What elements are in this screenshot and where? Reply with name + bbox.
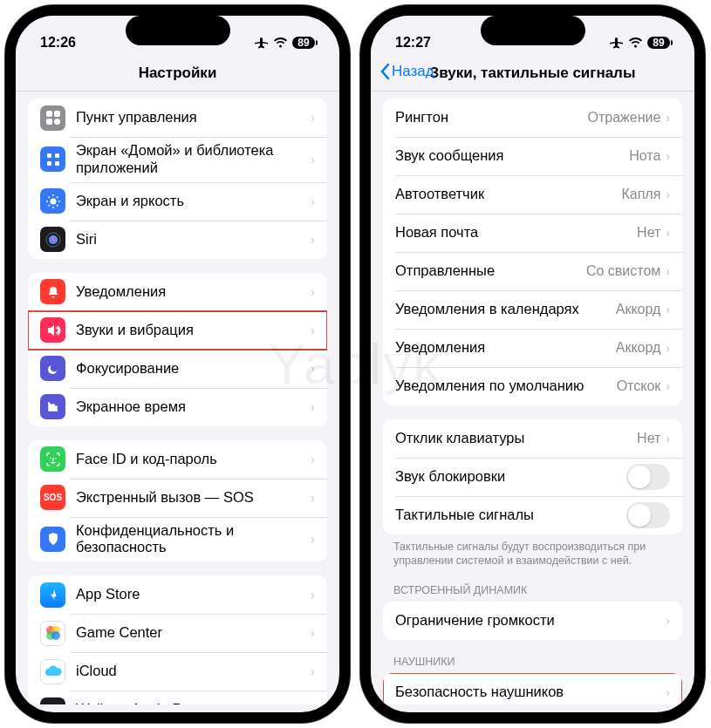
row-notifications[interactable]: Уведомления › bbox=[28, 273, 327, 311]
svg-rect-7 bbox=[55, 161, 59, 166]
row-label: Уведомления в календарях bbox=[395, 301, 616, 318]
row-control-center[interactable]: Пункт управления › bbox=[28, 99, 327, 137]
settings-list[interactable]: Пункт управления › Экран «Домой» и библи… bbox=[16, 92, 339, 704]
row-label: Game Center bbox=[76, 624, 311, 642]
svg-rect-1 bbox=[54, 111, 60, 117]
chevron-icon: › bbox=[666, 432, 670, 446]
chevron-icon: › bbox=[666, 303, 670, 316]
row-sounds-haptics[interactable]: Звуки и вибрация › bbox=[28, 311, 327, 350]
page-title: Настройки bbox=[28, 65, 327, 82]
status-icons: 89 bbox=[255, 36, 315, 50]
row-ringtone[interactable]: Рингтон Отражение › bbox=[383, 99, 682, 137]
svg-point-22 bbox=[51, 631, 60, 640]
row-label: iCloud bbox=[76, 663, 311, 680]
screen-right: 12:27 89 Назад Звуки, тактильные сигналы… bbox=[371, 16, 694, 712]
svg-point-18 bbox=[49, 235, 58, 244]
group-footer: Тактильные сигналы будут воспроизводитьс… bbox=[371, 534, 694, 568]
row-keyboard-feedback[interactable]: Отклик клавиатуры Нет › bbox=[383, 419, 682, 458]
row-label: Уведомления bbox=[76, 283, 311, 301]
section-header-speaker: ВСТРОЕННЫЙ ДИНАМИК bbox=[371, 568, 694, 602]
phone-right: 12:27 89 Назад Звуки, тактильные сигналы… bbox=[360, 5, 705, 723]
row-text-tone[interactable]: Звук сообщения Нота › bbox=[383, 137, 682, 175]
focus-icon bbox=[40, 356, 65, 381]
row-system-haptics[interactable]: Тактильные сигналы bbox=[383, 496, 682, 534]
brightness-icon bbox=[40, 188, 65, 214]
sounds-list[interactable]: Рингтон Отражение › Звук сообщения Нота … bbox=[371, 92, 694, 704]
row-game-center[interactable]: Game Center › bbox=[28, 614, 327, 652]
row-default-alerts[interactable]: Уведомления по умолчанию Отскок › bbox=[383, 367, 682, 405]
chevron-icon: › bbox=[666, 685, 670, 699]
svg-line-13 bbox=[48, 196, 50, 198]
row-display-brightness[interactable]: Экран и яркость › bbox=[28, 182, 327, 221]
chevron-icon: › bbox=[666, 226, 670, 240]
row-label: Звуки и вибрация bbox=[76, 322, 311, 339]
row-privacy[interactable]: Конфиденциальность и безопасность › bbox=[28, 517, 327, 562]
chevron-icon: › bbox=[311, 111, 315, 125]
chevron-icon: › bbox=[666, 614, 670, 628]
sounds-group-4: Безопасность наушников › Персональное пр… bbox=[383, 673, 682, 705]
row-wallet[interactable]: Wallet и Apple Pay › bbox=[28, 691, 327, 704]
row-label: Отклик клавиатуры bbox=[395, 430, 637, 447]
row-screen-time[interactable]: Экранное время › bbox=[28, 388, 327, 426]
sounds-group-1: Рингтон Отражение › Звук сообщения Нота … bbox=[383, 99, 682, 405]
row-reminder-alerts[interactable]: Уведомления Аккорд › bbox=[383, 329, 682, 367]
row-icloud[interactable]: iCloud › bbox=[28, 652, 327, 691]
toggle-switch[interactable] bbox=[626, 502, 670, 528]
svg-rect-6 bbox=[47, 161, 51, 166]
settings-group-4: App Store › Game Center › iCloud › bbox=[28, 575, 327, 704]
row-value: Нота bbox=[629, 148, 660, 164]
chevron-left-icon bbox=[379, 63, 390, 80]
settings-group-2: Уведомления › Звуки и вибрация › Фокусир… bbox=[28, 273, 327, 426]
battery-indicator: 89 bbox=[647, 37, 670, 49]
row-label: Уведомления bbox=[395, 339, 616, 357]
svg-rect-0 bbox=[46, 111, 52, 117]
settings-group-3: Face ID и код-пароль › SOS Экстренный вы… bbox=[28, 440, 327, 562]
chevron-icon: › bbox=[311, 153, 315, 167]
toggle-switch[interactable] bbox=[626, 464, 670, 490]
settings-group-1: Пункт управления › Экран «Домой» и библи… bbox=[28, 99, 327, 259]
section-header-headphones: НАУШНИКИ bbox=[371, 640, 694, 673]
status-icons: 89 bbox=[610, 36, 670, 50]
sounds-group-3: Ограничение громкости › bbox=[383, 602, 682, 640]
sounds-group-2: Отклик клавиатуры Нет › Звук блокировки … bbox=[383, 419, 682, 534]
screen-time-icon bbox=[40, 394, 65, 419]
row-face-id[interactable]: Face ID и код-пароль › bbox=[28, 440, 327, 479]
chevron-icon: › bbox=[311, 626, 315, 640]
back-button[interactable]: Назад bbox=[379, 63, 434, 80]
row-sent-mail[interactable]: Отправленные Со свистом › bbox=[383, 252, 682, 290]
wallet-icon bbox=[40, 697, 65, 704]
chevron-icon: › bbox=[666, 187, 670, 201]
chevron-icon: › bbox=[311, 285, 315, 299]
sos-icon: SOS bbox=[40, 485, 65, 510]
row-calendar-alerts[interactable]: Уведомления в календарях Аккорд › bbox=[383, 290, 682, 329]
row-volume-limit[interactable]: Ограничение громкости › bbox=[383, 602, 682, 640]
status-time: 12:26 bbox=[40, 35, 76, 51]
row-siri[interactable]: Siri › bbox=[28, 221, 327, 259]
row-headphone-safety[interactable]: Безопасность наушников › bbox=[383, 673, 682, 705]
row-value: Со свистом bbox=[586, 263, 660, 279]
row-label: Безопасность наушников bbox=[395, 684, 666, 701]
row-label: Экранное время bbox=[76, 398, 311, 416]
row-value: Нет bbox=[637, 225, 660, 241]
screen-left: 12:26 89 Настройки Пункт управления › bbox=[16, 16, 339, 712]
chevron-icon: › bbox=[311, 400, 315, 414]
row-label: Фокусирование bbox=[76, 360, 311, 378]
row-label: Экран и яркость bbox=[76, 193, 311, 210]
nav-bar: Настройки bbox=[16, 59, 339, 92]
svg-point-8 bbox=[50, 198, 56, 204]
row-home-screen[interactable]: Экран «Домой» и библиотека приложений › bbox=[28, 137, 327, 182]
row-voicemail[interactable]: Автоответчик Капля › bbox=[383, 175, 682, 214]
row-app-store[interactable]: App Store › bbox=[28, 575, 327, 614]
row-lock-sound[interactable]: Звук блокировки bbox=[383, 458, 682, 496]
row-new-mail[interactable]: Новая почта Нет › bbox=[383, 214, 682, 252]
game-center-icon bbox=[40, 621, 65, 646]
chevron-icon: › bbox=[666, 341, 670, 355]
status-time: 12:27 bbox=[395, 35, 431, 51]
airplane-icon bbox=[610, 36, 624, 50]
wifi-icon bbox=[273, 37, 288, 48]
chevron-icon: › bbox=[311, 532, 315, 546]
row-focus[interactable]: Фокусирование › bbox=[28, 350, 327, 388]
row-sos[interactable]: SOS Экстренный вызов — SOS › bbox=[28, 479, 327, 517]
svg-line-16 bbox=[57, 196, 58, 198]
row-value: Капля bbox=[621, 187, 660, 202]
